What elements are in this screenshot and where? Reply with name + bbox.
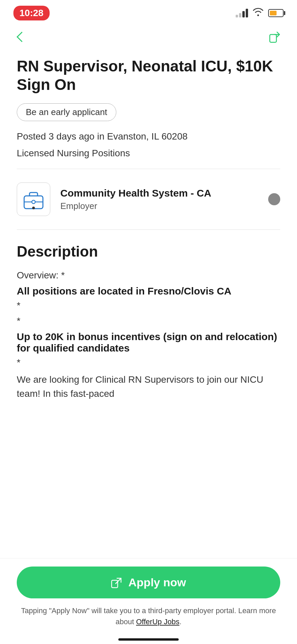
status-icons	[236, 8, 284, 19]
employer-toggle-dot[interactable]	[268, 193, 280, 205]
svg-rect-5	[112, 580, 118, 588]
share-icon	[269, 31, 281, 43]
back-chevron-icon	[16, 32, 27, 42]
asterisk-3: *	[17, 357, 280, 368]
apply-now-button[interactable]: Apply now	[17, 567, 280, 598]
offerup-jobs-link[interactable]: OfferUp Jobs	[136, 618, 179, 626]
description-body: We are looking for Clinical RN Superviso…	[17, 373, 280, 401]
apply-now-label: Apply now	[128, 576, 186, 589]
briefcase-icon	[21, 187, 46, 211]
svg-point-4	[32, 207, 35, 209]
early-applicant-badge: Be an early applicant	[17, 103, 116, 121]
svg-point-3	[32, 200, 35, 204]
asterisk-1: *	[17, 300, 280, 311]
employer-info: Community Health System - CA Employer	[60, 187, 268, 211]
employer-name: Community Health System - CA	[60, 187, 268, 199]
description-section: Description Overview: * All positions ar…	[17, 236, 280, 401]
divider-2	[17, 229, 280, 230]
home-indicator	[118, 638, 179, 641]
employer-section[interactable]: Community Health System - CA Employer	[17, 176, 280, 223]
share-button[interactable]	[267, 29, 284, 45]
back-button[interactable]	[13, 29, 30, 45]
all-positions-text: All positions are located in Fresno/Clov…	[17, 285, 280, 297]
job-category: Licensed Nursing Positions	[17, 148, 280, 159]
job-title: RN Supervisor, Neonatal ICU, $10K Sign O…	[17, 57, 280, 94]
svg-rect-0	[270, 35, 277, 42]
disclaimer-period: .	[179, 618, 181, 626]
apply-disclaimer: Tapping "Apply Now" will take you to a t…	[17, 605, 280, 627]
overview-label: Overview: *	[17, 270, 280, 281]
battery-icon	[268, 9, 284, 17]
wifi-icon	[253, 8, 263, 19]
external-link-icon	[111, 577, 122, 588]
divider-1	[17, 169, 280, 169]
bottom-bar: Apply now Tapping "Apply Now" will take …	[0, 558, 297, 644]
posted-info: Posted 3 days ago in Evanston, IL 60208	[17, 131, 280, 142]
status-time: 10:28	[13, 6, 50, 20]
employer-type: Employer	[60, 201, 268, 211]
employer-logo	[17, 182, 50, 216]
nav-bar	[0, 23, 297, 50]
bonus-text: Up to 20K in bonus incentives (sign on a…	[17, 331, 280, 354]
main-content: RN Supervisor, Neonatal ICU, $10K Sign O…	[0, 50, 297, 468]
status-bar: 10:28	[0, 0, 297, 23]
signal-icon	[236, 9, 248, 17]
description-title: Description	[17, 243, 280, 260]
asterisk-2: *	[17, 316, 280, 326]
